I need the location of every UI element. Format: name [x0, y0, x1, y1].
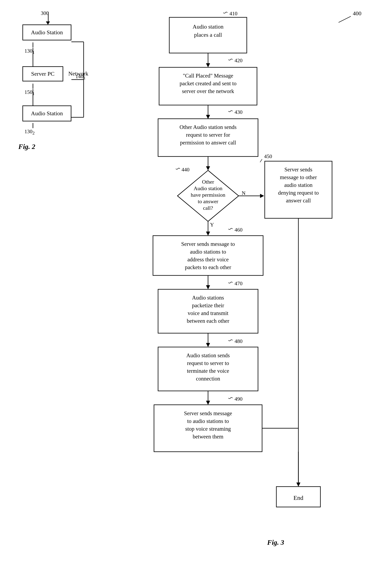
svg-text:server over the network: server over the network [182, 88, 234, 94]
fig3-svg: 400 410 Audio station places a call 420 … [118, 4, 383, 559]
svg-text:Y: Y [210, 222, 214, 228]
svg-text:460: 460 [235, 227, 242, 233]
svg-text:Audio station sends: Audio station sends [186, 352, 230, 358]
svg-text:430: 430 [235, 109, 242, 115]
svg-text:N: N [242, 190, 246, 196]
svg-text:call?: call? [203, 205, 213, 211]
svg-marker-11 [206, 63, 210, 67]
ref-300: 300 [41, 10, 49, 16]
svg-text:packet created and sent to: packet created and sent to [180, 80, 237, 86]
svg-text:answer call: answer call [286, 198, 311, 204]
svg-text:places a call: places a call [194, 32, 222, 38]
svg-text:permission to answer call: permission to answer call [180, 140, 236, 146]
label-140-1: 1401 [75, 73, 86, 81]
svg-text:400: 400 [353, 10, 361, 16]
svg-text:between each other: between each other [187, 318, 229, 324]
v-line-1 [33, 48, 33, 66]
svg-text:terminate the voice: terminate the voice [187, 368, 229, 374]
svg-marker-25 [206, 166, 210, 170]
svg-text:voice and transmit: voice and transmit [188, 310, 228, 316]
svg-text:Other: Other [202, 179, 214, 185]
svg-line-5 [338, 16, 351, 22]
page: 300 Audio Station 1301 Server PC Network… [0, 0, 392, 568]
svg-text:Audio stations: Audio stations [192, 295, 224, 301]
svg-text:490: 490 [235, 396, 242, 402]
svg-text:410: 410 [229, 11, 238, 16]
svg-text:between them: between them [193, 434, 224, 440]
svg-text:480: 480 [235, 338, 242, 344]
audio-station-2-box: Audio Station [22, 105, 71, 121]
svg-text:stop voice streaming: stop voice streaming [185, 426, 231, 432]
svg-text:address their voice: address their voice [187, 256, 229, 263]
svg-text:Fig. 3: Fig. 3 [267, 539, 284, 546]
svg-text:Audio station: Audio station [194, 185, 223, 191]
connector-3 [33, 123, 33, 128]
svg-marker-80 [296, 483, 300, 487]
v-line-2 [33, 89, 33, 105]
svg-text:420: 420 [235, 57, 242, 63]
svg-marker-36 [260, 194, 264, 198]
svg-marker-18 [206, 115, 210, 119]
svg-text:450: 450 [264, 154, 272, 159]
svg-text:End: End [294, 494, 303, 501]
svg-text:440: 440 [182, 167, 189, 173]
label-130-2: 1302 [25, 128, 35, 136]
fig2-diagram: 300 Audio Station 1301 Server PC Network… [12, 8, 98, 151]
svg-text:"Call Placed" Message: "Call Placed" Message [183, 73, 233, 79]
svg-text:Server sends message to: Server sends message to [181, 241, 235, 247]
svg-text:to answer: to answer [198, 199, 218, 204]
svg-text:denying request to: denying request to [278, 190, 319, 196]
svg-text:audio station: audio station [284, 182, 313, 188]
svg-text:message to other: message to other [280, 174, 317, 180]
svg-text:have permission: have permission [191, 192, 225, 198]
svg-text:packets to each other: packets to each other [185, 264, 231, 270]
fig2-label: Fig. 2 [18, 143, 35, 151]
svg-text:Server sends: Server sends [284, 167, 312, 173]
svg-text:to audio stations to: to audio stations to [187, 418, 229, 424]
arrow-300-head [46, 21, 50, 25]
connector-1 [33, 43, 33, 47]
svg-marker-63 [206, 343, 210, 347]
server-pc-box: Server PC [22, 66, 63, 81]
svg-marker-47 [206, 232, 210, 236]
connector-2 [33, 84, 33, 89]
svg-text:audio stations to: audio stations to [190, 249, 226, 255]
svg-text:connection: connection [196, 376, 220, 382]
svg-text:Server sends message: Server sends message [184, 410, 232, 416]
svg-text:request to server to: request to server to [187, 360, 229, 366]
audio-station-1-box: Audio Station [22, 25, 71, 40]
svg-text:request to server for: request to server for [186, 132, 230, 138]
svg-marker-71 [206, 401, 210, 405]
svg-marker-55 [206, 285, 210, 289]
svg-text:470: 470 [235, 281, 242, 286]
arrow-300-line [48, 12, 49, 22]
svg-text:Audio station: Audio station [193, 24, 224, 30]
svg-text:packetize their: packetize their [192, 302, 224, 309]
svg-text:Other Audio station sends: Other Audio station sends [180, 124, 237, 130]
svg-line-38 [260, 159, 262, 162]
